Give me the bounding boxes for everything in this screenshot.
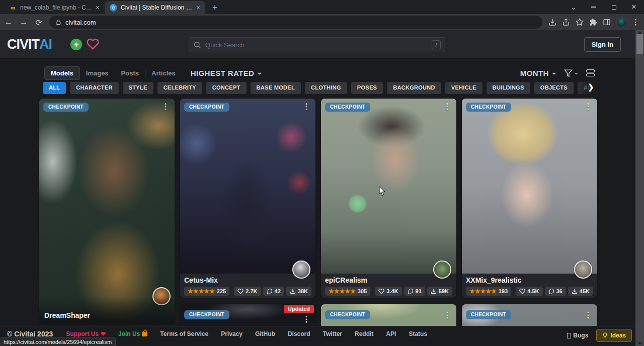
search-input[interactable] — [205, 41, 428, 49]
bug-icon — [567, 333, 571, 338]
card-menu-kebab-icon[interactable]: ⋮ — [441, 101, 453, 112]
lock-icon — [55, 19, 61, 25]
forward-button[interactable]: → — [17, 16, 30, 29]
tab-close-icon[interactable]: × — [96, 4, 100, 11]
category-chip[interactable]: CHARACTER — [70, 82, 118, 94]
create-plus-button[interactable]: + — [70, 39, 82, 50]
download-icon — [572, 288, 578, 294]
ideas-button[interactable]: Ideas — [596, 329, 632, 342]
category-chip[interactable]: CLOTHING — [305, 82, 347, 94]
downloads-count: 45K — [580, 289, 590, 294]
scrollbar-thumb[interactable] — [636, 34, 643, 54]
tab-articles[interactable]: Articles — [145, 67, 182, 79]
star-rating-icons: ★★★★★ — [329, 288, 356, 294]
footer-link-support-us[interactable]: Support Us❤ — [66, 330, 106, 337]
back-button[interactable]: ← — [2, 16, 15, 29]
window-controls: ⌄ × — [564, 0, 644, 14]
sort-dropdown[interactable]: HIGHEST RATED ⌄ — [191, 69, 263, 77]
link-label: Support Us — [66, 330, 99, 337]
footer-link-github[interactable]: GitHub — [255, 330, 275, 337]
tab-close-icon[interactable]: × — [196, 4, 200, 11]
card-size-toggle[interactable] — [586, 69, 595, 76]
footer-link-privacy[interactable]: Privacy — [221, 330, 243, 337]
card-menu-kebab-icon[interactable]: ⋮ — [441, 309, 453, 321]
address-bar[interactable]: civitai.com — [49, 16, 542, 29]
favorites-heart-icon[interactable] — [87, 38, 99, 52]
footer-link-reddit[interactable]: Reddit — [355, 330, 373, 337]
ideas-label: Ideas — [610, 332, 626, 339]
model-title: DreamShaper — [44, 311, 90, 319]
download-icon[interactable] — [548, 18, 556, 26]
close-window-button[interactable]: × — [624, 0, 644, 14]
page-scrollbar[interactable] — [635, 30, 644, 346]
tab-images[interactable]: Images — [80, 67, 115, 79]
footer-right: Bugs Ideas — [567, 329, 632, 342]
extensions-puzzle-icon[interactable] — [589, 18, 597, 26]
search-box[interactable]: / — [189, 37, 445, 52]
browser-profile-avatar[interactable] — [616, 17, 626, 27]
bugs-link[interactable]: Bugs — [567, 332, 588, 339]
maximize-button[interactable] — [604, 0, 624, 14]
sidebar-icon[interactable] — [603, 18, 611, 26]
updated-badge: Updated — [284, 305, 314, 313]
scroll-up-arrow[interactable] — [638, 31, 642, 34]
chip-scroll-right-icon[interactable]: ❯ — [588, 82, 594, 92]
search-icon — [193, 41, 201, 49]
category-chip-all[interactable]: ALL — [43, 82, 66, 94]
creator-avatar[interactable] — [574, 261, 592, 279]
model-title: XXMix_9realistic — [466, 276, 593, 284]
category-chip[interactable]: BACKGROUND — [387, 82, 441, 94]
creator-avatar[interactable] — [292, 261, 310, 279]
star-rating-icons: ★★★★★ — [188, 288, 215, 294]
tab-title: new_colab_file.ipynb - Colaborat — [20, 4, 92, 11]
browser-tab-civitai[interactable]: c Civitai | Stable Diffusion models, × — [105, 1, 205, 14]
tab-posts[interactable]: Posts — [115, 67, 145, 79]
minimize-button[interactable] — [584, 0, 604, 14]
model-card-xxmix9realistic[interactable]: CHECKPOINT ⋮ XXMix_9realistic ★★★★★ 193 … — [462, 99, 597, 298]
colab-icon: ∞ — [9, 4, 17, 12]
footer-link-terms[interactable]: Terms of Service — [160, 330, 208, 337]
card-menu-kebab-icon[interactable]: ⋮ — [582, 309, 594, 321]
category-chip[interactable]: STYLE — [123, 82, 153, 94]
creator-avatar[interactable] — [433, 261, 451, 279]
bookmark-star-icon[interactable] — [576, 18, 584, 26]
model-card-epicrealism[interactable]: CHECKPOINT ⋮ epiCRealism ★★★★★ 305 3.4K … — [321, 99, 456, 298]
period-dropdown[interactable]: MONTH ⌄ — [520, 69, 557, 77]
browser-menu-kebab-icon[interactable]: ⋮ — [632, 18, 639, 27]
new-tab-button[interactable]: + — [208, 1, 221, 14]
category-chip[interactable]: BASE MODEL — [251, 82, 301, 94]
likes-count: 3.4K — [386, 289, 398, 294]
category-chip[interactable]: VEHICLE — [445, 82, 482, 94]
footer-link-join-us[interactable]: Join Us — [118, 330, 147, 337]
browser-tab-colab[interactable]: ∞ new_colab_file.ipynb - Colaborat × — [4, 1, 105, 14]
tab-models[interactable]: Models — [44, 66, 80, 80]
reload-button[interactable]: ⟳ — [32, 16, 45, 29]
card-menu-kebab-icon[interactable]: ⋮ — [582, 101, 594, 112]
footer-link-status[interactable]: Status — [409, 330, 427, 337]
model-card-dreamshaper[interactable]: CHECKPOINT ⋮ DreamShaper — [39, 99, 175, 323]
footer-link-discord[interactable]: Discord — [288, 330, 310, 337]
filter-dropdown[interactable]: ⌄ — [564, 69, 579, 77]
footer-links: Support Us❤ Join Us Terms of Service Pri… — [66, 330, 427, 337]
card-menu-kebab-icon[interactable]: ⋮ — [300, 101, 312, 112]
category-chip[interactable]: BUILDINGS — [487, 82, 530, 94]
tab-search-icon[interactable]: ⌄ — [564, 0, 584, 14]
share-icon[interactable] — [562, 18, 570, 26]
sign-in-button[interactable]: Sign In — [584, 37, 621, 52]
card-stats: ★★★★★ 225 2.7K 42 38K — [184, 287, 311, 296]
civitai-logo[interactable]: CIVIT AI — [7, 37, 52, 52]
heart-icon — [519, 288, 525, 294]
model-card-cetus-mix[interactable]: CHECKPOINT ⋮ Cetus-Mix ★★★★★ 225 2.7K 42… — [180, 99, 315, 298]
category-chip[interactable]: CONCEPT — [206, 82, 247, 94]
screen: ∞ new_colab_file.ipynb - Colaborat × c C… — [0, 0, 644, 346]
card-menu-kebab-icon[interactable]: ⋮ — [300, 313, 312, 325]
card-menu-kebab-icon[interactable]: ⋮ — [159, 101, 172, 112]
footer-link-api[interactable]: API — [386, 330, 396, 337]
filter-funnel-icon — [564, 69, 573, 77]
category-chip[interactable]: CELEBRITY — [157, 82, 202, 94]
category-chip[interactable]: OBJECTS — [534, 82, 574, 94]
category-chip[interactable]: POSES — [351, 82, 383, 94]
footer-link-twitter[interactable]: Twitter — [323, 330, 342, 337]
scroll-down-arrow[interactable] — [638, 342, 642, 345]
comments-pill: 91 — [404, 287, 425, 296]
